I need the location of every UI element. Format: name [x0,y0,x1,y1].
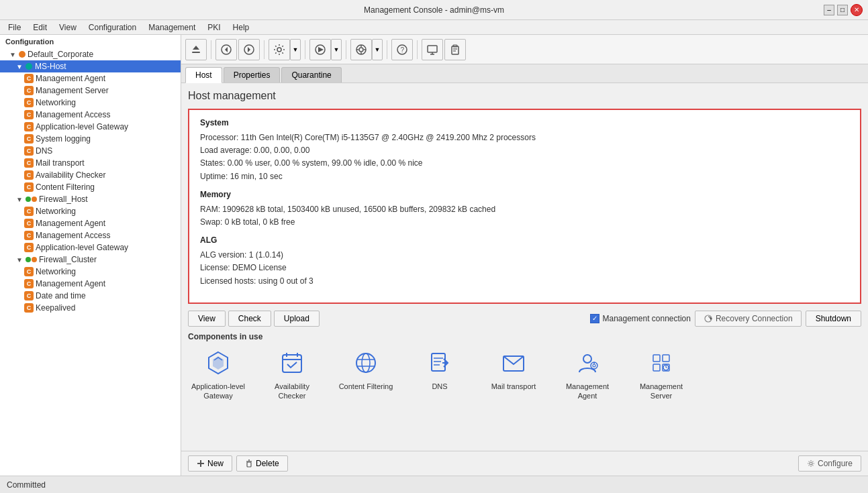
sidebar-item-application-gateway-2[interactable]: C Application-level Gateway [0,241,181,254]
sidebar-label: Networking [36,98,76,107]
sidebar-item-system-logging[interactable]: C System logging [0,133,181,145]
svg-point-42 [593,362,595,364]
c-icon: C [24,207,34,216]
sidebar-item-ms-host[interactable]: ▼ MS-Host [0,60,181,72]
toolbar-deploy-btn[interactable] [309,39,331,60]
management-agent-icon [571,347,604,379]
c-icon: C [24,98,34,107]
management-connection-checkbox[interactable]: ✓ [590,314,599,323]
sidebar-item-networking-1[interactable]: C Networking [0,97,181,109]
component-dns[interactable]: DNS [409,347,470,401]
menu-bar: File Edit View Configuration Management … [0,20,868,35]
close-button[interactable]: ✕ [851,4,863,16]
toolbar-deploy-dropdown[interactable]: ▼ [331,39,342,60]
toolbar-monitor-btn[interactable] [422,39,443,60]
delete-label: Delete [256,459,279,468]
sidebar-item-networking-2[interactable]: C Networking [0,205,181,217]
page-content: Host management System Processor: 11th G… [181,83,868,451]
shutdown-button[interactable]: Shutdown [806,311,861,327]
toolbar-forward-btn[interactable] [238,39,260,60]
sidebar-item-content-filtering[interactable]: C Content Filtering [0,181,181,193]
sidebar-item-management-access-2[interactable]: C Management Access [0,229,181,241]
recovery-connection-button[interactable]: Recovery Connection [695,311,802,327]
svg-point-40 [583,355,591,363]
toolbar-target-dropdown[interactable]: ▼ [372,39,383,60]
component-content-filtering[interactable]: Content Filtering [336,347,396,401]
fw-cluster-dot-green [26,257,31,262]
tab-quarantine[interactable]: Quarantine [281,67,341,83]
tab-host[interactable]: Host [185,67,222,83]
sidebar-item-management-agent-1[interactable]: C Management Agent [0,72,181,85]
menu-view[interactable]: View [54,21,82,34]
alg-icon [202,347,234,379]
sidebar-item-management-access-1[interactable]: C Management Access [0,109,181,121]
upload-button[interactable]: Upload [274,311,320,327]
toolbar-settings-dropdown[interactable]: ▼ [290,39,301,60]
component-dns-label: DNS [432,382,447,391]
check-button[interactable]: Check [228,311,271,327]
sidebar-item-availability-checker-1[interactable]: C Availability Checker [0,169,181,181]
sidebar-label: Content Filtering [36,182,95,192]
component-management-agent[interactable]: ManagementAgent [557,347,618,401]
toolbar: ▼ ▼ ▼ ? [181,35,868,64]
c-icon: C [24,243,34,252]
delete-button[interactable]: Delete [236,455,288,472]
sidebar-item-keepalived[interactable]: C Keepalived [0,302,181,314]
sidebar-item-default-corporate[interactable]: ▼ Default_Corporate [0,48,181,60]
maximize-button[interactable]: □ [837,5,848,15]
svg-marker-1 [193,46,199,50]
availability-icon [276,347,308,379]
c-icon: C [24,134,34,144]
toolbar-sep-2 [264,40,264,59]
svg-point-10 [359,48,363,52]
bottom-actions: New Delete Configure [181,451,868,476]
sidebar-item-mail-transport[interactable]: C Mail transport [0,157,181,169]
sidebar-item-firewall-cluster[interactable]: ▼ Firewall_Cluster [0,254,181,266]
component-management-server[interactable]: ManagementServer [631,347,691,401]
tab-properties[interactable]: Properties [224,67,281,83]
menu-management[interactable]: Management [143,21,201,34]
menu-pki[interactable]: PKI [202,21,226,34]
sidebar-item-dns[interactable]: C DNS [0,145,181,157]
minimize-button[interactable]: – [824,5,834,15]
system-line-3: States: 0.00 % user, 0.00 % system, 99.0… [200,157,849,170]
configure-button[interactable]: Configure [798,455,861,472]
sidebar-label: Mail transport [36,158,85,168]
component-mail-transport[interactable]: Mail transport [483,347,544,401]
toolbar-settings-btn[interactable] [269,39,290,60]
sidebar-item-application-gateway-1[interactable]: C Application-level Gateway [0,121,181,133]
c-icon: C [24,170,34,180]
svg-rect-44 [663,355,669,362]
fw-host-dot-orange [32,197,37,202]
toolbar-upload-btn[interactable] [185,39,207,60]
sidebar-item-firewall-host[interactable]: ▼ Firewall_Host [0,193,181,205]
toolbar-sep-4 [346,40,346,59]
sidebar-item-networking-3[interactable]: C Networking [0,266,181,278]
sidebar-item-management-agent-3[interactable]: C Management Agent [0,278,181,290]
sidebar-item-management-server[interactable]: C Management Server [0,85,181,97]
svg-point-55 [810,462,812,465]
svg-rect-20 [452,46,459,54]
status-bar: Committed [0,476,868,493]
component-availability[interactable]: AvailabilityChecker [262,347,322,401]
component-alg[interactable]: Application-levelGateway [188,347,248,401]
view-button[interactable]: View [188,311,226,327]
toolbar-clipboard-btn[interactable] [444,39,466,60]
components-grid: Application-levelGateway AvailabilityChe… [188,347,861,401]
sidebar-item-date-and-time[interactable]: C Date and time [0,290,181,302]
sidebar-label: Management Access [36,231,110,240]
menu-file[interactable]: File [3,21,26,34]
new-button[interactable]: New [188,455,232,472]
menu-configuration[interactable]: Configuration [83,21,142,34]
svg-marker-8 [318,47,324,52]
toolbar-help-btn[interactable]: ? [391,39,413,60]
sidebar: Configuration ▼ Default_Corporate ▼ MS-H… [0,35,181,476]
menu-help[interactable]: Help [228,21,255,34]
system-info-box: System Processor: 11th Gen Intel(R) Core… [188,109,861,304]
expand-arrow-ms-host: ▼ [16,63,26,70]
toolbar-back-btn[interactable] [215,39,237,60]
svg-marker-3 [225,47,228,52]
toolbar-target-btn[interactable] [350,39,372,60]
menu-edit[interactable]: Edit [28,21,52,34]
sidebar-item-management-agent-2[interactable]: C Management Agent [0,217,181,229]
